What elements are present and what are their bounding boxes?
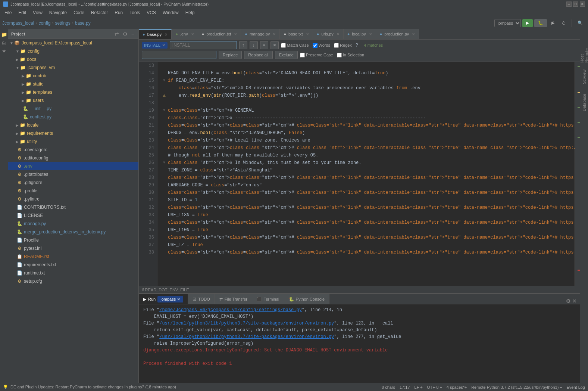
regex-option[interactable]: Regex xyxy=(334,43,352,48)
run-button[interactable]: ▶ xyxy=(522,19,533,27)
close-tab-button[interactable]: ✕ xyxy=(191,32,194,36)
search-everywhere-button[interactable]: 🔍 xyxy=(575,19,586,28)
tree-item-utility[interactable]: ▶📁utility xyxy=(8,137,138,146)
preserve-case-option[interactable]: Preserve Case xyxy=(300,53,333,58)
in-selection-checkbox[interactable] xyxy=(337,53,342,58)
regex-checkbox[interactable] xyxy=(334,43,339,48)
close-tab-button[interactable]: ✕ xyxy=(369,32,372,36)
menu-item-file[interactable]: File xyxy=(1,9,15,16)
editor-tab-local-py[interactable]: ● local.py ✕ xyxy=(344,29,376,39)
maximize-button[interactable]: □ xyxy=(573,1,578,7)
gear-icon[interactable]: ⚙ xyxy=(122,31,129,37)
bottom-tab-file-transfer[interactable]: ⇄ File Transfer xyxy=(215,294,252,304)
settings-button[interactable]: ⚙ xyxy=(566,298,571,304)
close-tab-button[interactable]: ✕ xyxy=(306,32,309,36)
bottom-tab-run[interactable]: ▶ Run jompass ✕ xyxy=(139,294,188,304)
editor-tab--env[interactable]: ● .env ✕ xyxy=(172,29,198,39)
minimize-panel-button[interactable]: − xyxy=(130,31,135,37)
exclude-button[interactable]: Exclude xyxy=(275,51,298,59)
close-button[interactable]: ✕ xyxy=(580,1,585,7)
find-input[interactable] xyxy=(170,41,237,49)
run-console[interactable]: File "/home/Jcompass_vm/jcompass_vm/conf… xyxy=(139,304,580,383)
tree-item-static[interactable]: ▶📁static xyxy=(8,80,138,88)
menu-item-run[interactable]: Run xyxy=(112,9,126,16)
tree-item-contrib[interactable]: ▶📁contrib xyxy=(8,72,138,80)
breadcrumb-settings[interactable]: settings xyxy=(55,21,70,26)
char-count[interactable]: 8 chars xyxy=(382,385,395,390)
tree-item-.pylintrc[interactable]: ⚙.pylintrc xyxy=(8,195,138,203)
sciview-icon[interactable]: SciView xyxy=(581,66,588,88)
debug-button[interactable]: 🐛 xyxy=(534,19,547,27)
close-search-button[interactable]: ✕ xyxy=(270,41,279,49)
menu-item-window[interactable]: Window xyxy=(160,9,182,16)
favorites-icon[interactable]: ★ xyxy=(0,47,8,55)
tree-item-config[interactable]: ▼📁config xyxy=(8,47,138,55)
words-checkbox[interactable] xyxy=(313,43,318,48)
menu-item-navigate[interactable]: Navigate xyxy=(46,9,70,16)
database-icon[interactable]: Database xyxy=(581,91,588,114)
tree-item-merge_production[interactable]: 🐍merge_production_dotenvs_in_dotenv.py xyxy=(8,228,138,236)
tree-item-requirements[interactable]: ▶📁requirements xyxy=(8,129,138,137)
editor-tab-urls-py[interactable]: ● urls.py ✕ xyxy=(313,29,344,39)
replace-button[interactable]: Replace xyxy=(219,51,242,59)
menu-item-vcs[interactable]: VCS xyxy=(144,9,159,16)
in-selection-option[interactable]: In Selection xyxy=(337,53,364,58)
tree-item-jcompass_vm[interactable]: ▼📁jcompass_vm xyxy=(8,63,138,72)
menu-item-code[interactable]: Code xyxy=(71,9,87,16)
bottom-tab-todo[interactable]: ☑ TODO xyxy=(188,294,215,304)
editor-tab-base-py[interactable]: ● base.py ✕ xyxy=(139,29,172,39)
tree-item-requirements.txt[interactable]: 📄requirements.txt xyxy=(8,261,138,269)
tree-item-manage.py[interactable]: 🐍manage.py xyxy=(8,220,138,228)
preserve-case-checkbox[interactable] xyxy=(300,53,305,58)
tree-item-Procfile[interactable]: 📄Procfile xyxy=(8,236,138,244)
prev-match-button[interactable]: ↑ xyxy=(239,41,247,49)
match-case-checkbox[interactable] xyxy=(281,43,286,48)
tree-item-.gitignore[interactable]: ⚙.gitignore xyxy=(8,179,138,187)
fold-arrow[interactable]: ▼ xyxy=(163,77,165,84)
tree-item-runtime.txt[interactable]: 📄runtime.txt xyxy=(8,269,138,277)
menu-item-refactor[interactable]: Refactor xyxy=(88,9,111,16)
tree-item-.profile[interactable]: ⚙.profile xyxy=(8,187,138,195)
menu-item-tools[interactable]: Tools xyxy=(126,9,143,16)
editor-tab-production-py[interactable]: ● production.py ✕ xyxy=(376,29,419,39)
bottom-tab-terminal[interactable]: ⬛ Terminal xyxy=(252,294,284,304)
tree-item-jcompass_local[interactable]: ▼📦Jcompass_local E:\Jcompass_local xyxy=(8,39,138,47)
tree-item-templates[interactable]: ▶📁templates xyxy=(8,88,138,96)
editor-tab-base-txt[interactable]: ● base.txt ✕ xyxy=(280,29,313,39)
event-log[interactable]: Event Log xyxy=(566,385,585,390)
tree-item-__init__[interactable]: 🐍__init__.py xyxy=(8,105,138,113)
breadcrumb-config[interactable]: config xyxy=(38,21,50,26)
menu-item-edit[interactable]: Edit xyxy=(15,9,29,16)
filter-button[interactable]: ≡ xyxy=(260,41,268,49)
menu-item-view[interactable]: View xyxy=(30,9,46,16)
close-bottom-button[interactable]: ✕ xyxy=(572,298,577,304)
close-tab-button[interactable]: ✕ xyxy=(337,32,340,36)
console-link[interactable]: /usr/local/python3/lib/python3.7/site-pa… xyxy=(159,321,334,326)
status-message[interactable]: 💡 IDE and Plugin Updates: Restart PyChar… xyxy=(3,385,379,390)
tree-item-LICENSE[interactable]: 📄LICENSE xyxy=(8,211,138,220)
tree-item-.env[interactable]: ⚙.env xyxy=(8,162,138,170)
close-tab-button[interactable]: ✕ xyxy=(273,32,276,36)
remote-host-icon[interactable]: Remote Host xyxy=(581,40,588,63)
fold-arrow[interactable]: ▼ xyxy=(163,159,165,167)
indent[interactable]: 4 spaces*÷ xyxy=(447,385,467,390)
tree-item-locale[interactable]: ▶📁locale xyxy=(8,121,138,129)
close-tab-button[interactable]: ✕ xyxy=(234,32,237,36)
tree-item-CONTRIBUTORS.txt[interactable]: 📄CONTRIBUTORS.txt xyxy=(8,203,138,211)
coverage-button[interactable]: ▶̈ xyxy=(548,19,557,28)
tree-item-README.rst[interactable]: 📋README.rst xyxy=(8,252,138,261)
bottom-tab-python-console[interactable]: 🐍 Python Console xyxy=(284,294,330,304)
line-ending[interactable]: LF ÷ xyxy=(415,385,423,390)
menu-item-help[interactable]: Help xyxy=(182,9,198,16)
close-tab-button[interactable]: ✕ xyxy=(165,32,168,37)
match-case-option[interactable]: Match Case xyxy=(281,43,309,48)
editor-tab-manage-py[interactable]: ● manage.py ✕ xyxy=(241,29,280,39)
project-panel-icon[interactable]: 📁 xyxy=(0,31,8,38)
encoding[interactable]: UTF-8 ÷ xyxy=(427,385,442,390)
breadcrumb-root[interactable]: Jcompass_local xyxy=(2,21,34,26)
tree-item-conftest[interactable]: 🐍conftest.py xyxy=(8,113,138,121)
tree-item-setup.cfg[interactable]: ⚙setup.cfg xyxy=(8,277,138,285)
editor-tab-production-txt[interactable]: ● production.txt ✕ xyxy=(198,29,241,39)
words-option[interactable]: Words xyxy=(313,43,331,48)
python-interpreter[interactable]: Remote Python 3.7.2 (sft...5:22/usr/bin/… xyxy=(471,385,562,390)
